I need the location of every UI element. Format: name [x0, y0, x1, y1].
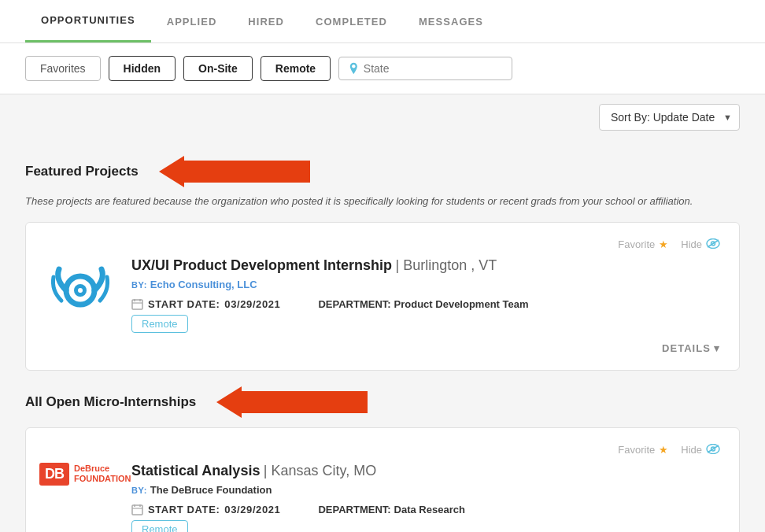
state-filter-wrap	[338, 57, 512, 80]
sort-select-wrap: Sort By: Update Date Sort By: Start Date…	[599, 104, 740, 131]
card-body: UX/UI Product Development Internship | B…	[45, 257, 720, 354]
by-label: BY:	[131, 280, 150, 290]
open-internships-header: All Open Micro-Internships	[25, 386, 740, 418]
filter-bar: Favorites Hidden On-Site Remote	[0, 43, 765, 94]
company-name-row-2: BY: The DeBruce Foundation	[131, 484, 720, 496]
sort-select[interactable]: Sort By: Update Date Sort By: Start Date…	[599, 104, 740, 131]
card-info: UX/UI Product Development Internship | B…	[131, 257, 720, 354]
details-button[interactable]: DETAILS ▾	[662, 342, 720, 354]
nav-opportunities[interactable]: Opportunities	[25, 0, 151, 42]
featured-description: These projects are featured because the …	[25, 194, 740, 209]
db-text: DeBruceFOUNDATION	[74, 464, 121, 484]
company-logo-2: DB DeBruceFOUNDATION	[45, 463, 116, 486]
card-actions-2: Favorite ★ Hide	[45, 444, 720, 456]
department-value-2: Data Research	[394, 504, 465, 515]
project-location-2: | Kansas City, MO	[264, 463, 376, 478]
featured-projects-header: Featured Projects	[25, 156, 740, 187]
department-label: DEPARTMENT:	[318, 298, 390, 310]
sort-bar: Sort By: Update Date Sort By: Start Date…	[0, 94, 765, 140]
open-internships-title: All Open Micro-Internships	[25, 394, 196, 410]
company-name-2: The DeBruce Foundation	[150, 484, 272, 496]
card-title-row-2: Statistical Analysis | Kansas City, MO	[131, 463, 720, 479]
department-value: Product Development Team	[394, 298, 529, 310]
department-row-2: DEPARTMENT: Data Research	[318, 504, 464, 515]
calendar-icon	[131, 298, 143, 310]
location-pin-icon	[349, 62, 359, 75]
svg-rect-13	[132, 505, 142, 515]
chevron-down-icon: ▾	[714, 342, 720, 354]
remote-badge: Remote	[131, 315, 188, 333]
onsite-filter-button[interactable]: On-Site	[183, 56, 253, 81]
main-content: Featured Projects These projects are fea…	[0, 140, 765, 532]
favorite-action[interactable]: Favorite ★	[618, 238, 668, 251]
hide-action[interactable]: Hide	[681, 238, 720, 251]
favorite-action-2[interactable]: Favorite ★	[618, 444, 668, 456]
eye-icon-2	[706, 444, 720, 456]
favorite-label: Favorite	[618, 238, 655, 250]
db-badge: DB	[39, 463, 69, 486]
start-date-value-2: 03/29/2021	[224, 504, 280, 515]
start-date-value: 03/29/2021	[224, 298, 280, 310]
state-filter-input[interactable]	[364, 62, 502, 75]
svg-point-5	[78, 288, 83, 293]
hide-label-2: Hide	[681, 444, 702, 456]
company-name: Echo Consulting, LLC	[150, 279, 257, 290]
company-logo	[45, 257, 116, 324]
card-title-row: UX/UI Product Development Internship | B…	[131, 257, 720, 274]
svg-rect-6	[132, 300, 142, 309]
favorites-filter-button[interactable]: Favorites	[25, 56, 101, 81]
date-info: START DATE: 03/29/2021 Remote	[131, 298, 280, 333]
hide-label: Hide	[681, 238, 702, 250]
nav-hired[interactable]: Hired	[232, 2, 300, 42]
favorite-label-2: Favorite	[618, 444, 655, 456]
hide-action-2[interactable]: Hide	[681, 444, 720, 456]
start-date-label-2: START DATE:	[148, 504, 220, 515]
start-date-label: START DATE:	[148, 298, 220, 310]
top-navigation: Opportunities Applied Hired Completed Me…	[0, 0, 765, 43]
calendar-icon-2	[131, 504, 143, 515]
card-actions: Favorite ★ Hide	[45, 238, 720, 251]
start-date-row: START DATE: 03/29/2021	[131, 298, 280, 310]
project-title: UX/UI Product Development Internship	[131, 257, 392, 273]
debruce-logo: DB DeBruceFOUNDATION	[39, 463, 121, 486]
featured-project-card: Favorite ★ Hide	[25, 222, 740, 371]
card-footer: DETAILS ▾	[131, 342, 720, 354]
department-label-2: DEPARTMENT:	[318, 504, 390, 515]
open-arrow-annotation	[216, 386, 368, 418]
remote-badge-2: Remote	[131, 520, 188, 533]
card-body-2: DB DeBruceFOUNDATION Statistical Analysi…	[45, 463, 720, 533]
company-name-row: BY: Echo Consulting, LLC	[131, 279, 720, 290]
featured-arrow-annotation	[159, 156, 310, 187]
card-meta: START DATE: 03/29/2021 Remote DEPARTMENT…	[131, 298, 720, 333]
start-date-row-2: START DATE: 03/29/2021	[131, 504, 280, 515]
open-project-card: Favorite ★ Hide DB DeBruceFOUNDATION	[25, 427, 740, 533]
date-info-2: START DATE: 03/29/2021 Remote	[131, 504, 280, 533]
card-info-2: Statistical Analysis | Kansas City, MO B…	[131, 463, 720, 533]
by-label-2: BY:	[131, 486, 150, 495]
star-icon-2: ★	[659, 444, 668, 456]
department-info-2: DEPARTMENT: Data Research	[318, 504, 464, 515]
department-info: DEPARTMENT: Product Development Team	[318, 298, 528, 310]
nav-applied[interactable]: Applied	[151, 2, 233, 42]
card-meta-2: START DATE: 03/29/2021 Remote DEPARTMENT…	[131, 504, 720, 533]
project-location: | Burlington , VT	[396, 257, 497, 273]
eye-icon	[706, 238, 720, 251]
featured-projects-title: Featured Projects	[25, 164, 139, 179]
hidden-filter-button[interactable]: Hidden	[109, 56, 176, 81]
star-icon: ★	[659, 238, 668, 250]
remote-filter-button[interactable]: Remote	[261, 56, 331, 81]
details-label: DETAILS	[662, 342, 711, 354]
echo-consulting-logo	[47, 257, 114, 324]
project-title-2: Statistical Analysis	[131, 463, 260, 478]
nav-completed[interactable]: Completed	[300, 2, 403, 42]
nav-messages[interactable]: Messages	[403, 2, 499, 42]
department-row: DEPARTMENT: Product Development Team	[318, 298, 528, 310]
